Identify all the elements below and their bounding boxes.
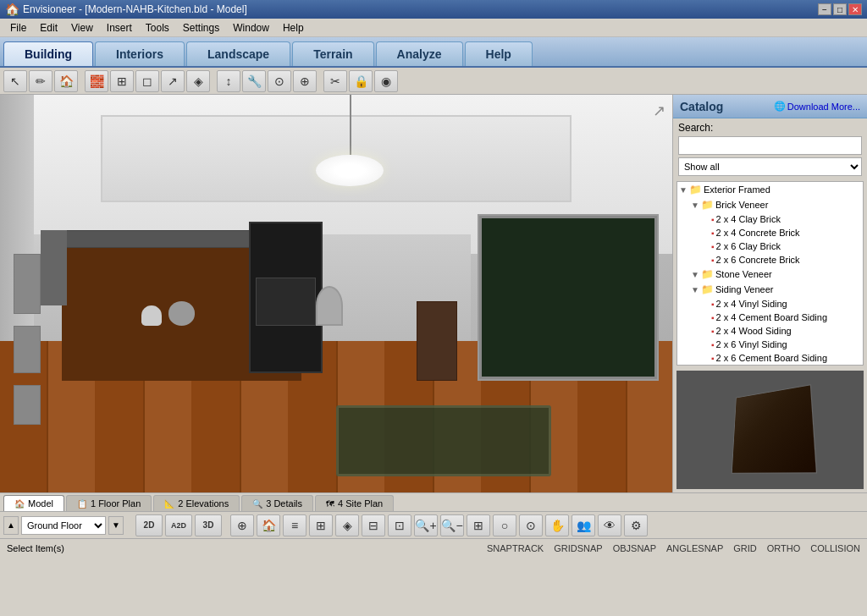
toolbar-btn-6[interactable]: ⊟ — [362, 514, 385, 536]
bottom-tab-1-floor-plan[interactable]: 📋1 Floor Plan — [66, 495, 152, 511]
folder-icon: 📁 — [689, 184, 702, 195]
toolbar-btn-11[interactable]: ✋ — [545, 514, 569, 536]
nav-tab-building[interactable]: Building — [3, 41, 93, 66]
tree-node-label: 2 x 6 Vinyl Siding — [716, 339, 787, 349]
item-icon: ▪ — [711, 300, 715, 309]
toolbar-btn-zoom-out[interactable]: 🔍− — [440, 514, 464, 536]
toolbar-btn-3[interactable]: ≡ — [283, 514, 306, 536]
tab-label: 2 Elevations — [178, 498, 229, 509]
status-item-ortho[interactable]: ORTHO — [767, 543, 801, 553]
2d-view-button[interactable]: 2D — [135, 514, 163, 536]
toolbar-btn-4[interactable]: ⊞ — [309, 514, 333, 536]
toolbar-button-0[interactable]: ↖ — [3, 70, 27, 92]
toolbar-button-11[interactable]: ⊕ — [293, 70, 317, 92]
3d-viewport[interactable]: ↗ — [0, 95, 672, 492]
tree-node-brick-veneer[interactable]: ▼📁Brick Veneer — [677, 197, 863, 212]
item-icon: ▪ — [711, 354, 715, 363]
menu-item-view[interactable]: View — [64, 20, 100, 36]
toolbar-button-4[interactable]: ⊞ — [110, 70, 134, 92]
menu-item-window[interactable]: Window — [226, 20, 276, 36]
download-more-label[interactable]: Download More... — [787, 102, 860, 112]
tree-node-2-x-6-concrete-brick[interactable]: ▪2 x 6 Concrete Brick — [677, 253, 863, 267]
minimize-button[interactable]: − — [818, 3, 831, 15]
bottom-tab-model[interactable]: 🏠Model — [3, 495, 64, 511]
floor-down-button[interactable]: ▼ — [108, 516, 124, 535]
bottom-tab-4-site-plan[interactable]: 🗺4 Site Plan — [315, 495, 394, 511]
filter-select[interactable]: Show all Favorites Recently Used — [678, 157, 862, 176]
toolbar-button-5[interactable]: ◻ — [135, 70, 159, 92]
toolbar-button-13[interactable]: 🔒 — [349, 70, 373, 92]
toolbar-btn-8[interactable]: ⊞ — [467, 514, 490, 536]
tree-node-2-x-6-vinyl-siding[interactable]: ▪2 x 6 Vinyl Siding — [677, 338, 863, 351]
toolbar-button-9[interactable]: 🔧 — [242, 70, 266, 92]
status-item-snaptrack[interactable]: SNAPTRACK — [487, 543, 544, 553]
search-label: Search: — [678, 122, 862, 134]
tree-node-exterior-framed[interactable]: ▼📁Exterior Framed — [677, 182, 863, 197]
toolbar-btn-zoom-in[interactable]: 🔍+ — [414, 514, 438, 536]
nav-tab-interiors[interactable]: Interiors — [95, 41, 185, 66]
menu-item-file[interactable]: File — [3, 20, 33, 36]
toolbar-btn-5[interactable]: ◈ — [335, 514, 359, 536]
tree-node-2-x-4-concrete-brick[interactable]: ▪2 x 4 Concrete Brick — [677, 226, 863, 239]
toolbar-button-8[interactable]: ↕ — [217, 70, 240, 92]
toolbar-button-2[interactable]: 🏠 — [54, 70, 78, 92]
toolbar-button-7[interactable]: ◈ — [186, 70, 210, 92]
tree-node-siding-veneer[interactable]: ▼📁Siding Veneer — [677, 282, 863, 297]
close-button[interactable]: ✕ — [848, 3, 862, 15]
3d-view-button[interactable]: 3D — [195, 514, 222, 536]
toolbar-btn-12[interactable]: 👥 — [572, 514, 595, 536]
tree-node-2-x-4-wood-siding[interactable]: ▪2 x 4 Wood Siding — [677, 324, 863, 338]
toolbar-separator-12 — [318, 70, 322, 92]
tree-node-2-x-4-vinyl-siding[interactable]: ▪2 x 4 Vinyl Siding — [677, 297, 863, 311]
title-bar-controls[interactable]: − □ ✕ — [818, 3, 862, 15]
tree-node-2-x-6-cement-board-siding[interactable]: ▪2 x 6 Cement Board Siding — [677, 351, 863, 365]
status-indicators: SNAPTRACKGRIDSNAPOBJSNAPANGLESNAPGRIDORT… — [487, 543, 860, 553]
menu-item-edit[interactable]: Edit — [33, 20, 64, 36]
tree-node-stone-veneer[interactable]: ▼📁Stone Veneer — [677, 267, 863, 282]
toolbar-btn-2[interactable]: 🏠 — [257, 514, 280, 536]
restore-button[interactable]: □ — [833, 3, 847, 15]
tree-node-label: 2 x 4 Clay Brick — [716, 214, 781, 224]
status-item-grid[interactable]: GRID — [733, 543, 757, 553]
toolbar-button-10[interactable]: ⊙ — [268, 70, 291, 92]
nav-tab-analyze[interactable]: Analyze — [376, 41, 463, 66]
menu-item-insert[interactable]: Insert — [100, 20, 139, 36]
search-input[interactable] — [678, 136, 862, 155]
expand-icon: ▼ — [691, 285, 699, 294]
nav-tab-terrain[interactable]: Terrain — [292, 41, 373, 66]
app-icon: 🏠 — [5, 3, 19, 16]
toolbar-btn-13[interactable]: 👁 — [598, 514, 621, 536]
tree-node-2-x-4-cement-board-siding[interactable]: ▪2 x 4 Cement Board Siding — [677, 311, 863, 324]
status-item-objsnap[interactable]: OBJSNAP — [613, 543, 656, 553]
preview-area — [676, 371, 864, 489]
status-item-anglesnap[interactable]: ANGLESNAP — [666, 543, 723, 553]
tree-node-2-x-6-wood-siding[interactable]: ▪2 x 6 Wood Siding — [677, 365, 863, 366]
nav-tab-landscape[interactable]: Landscape — [186, 41, 290, 66]
toolbar-button-6[interactable]: ↗ — [161, 70, 185, 92]
floor-up-button[interactable]: ▲ — [3, 516, 19, 535]
nav-tab-help[interactable]: Help — [465, 41, 533, 66]
toolbar-button-12[interactable]: ✂ — [323, 70, 347, 92]
menu-item-tools[interactable]: Tools — [139, 20, 176, 36]
toolbar-btn-1[interactable]: ⊕ — [230, 514, 254, 536]
search-area: Search: Show all Favorites Recently Used — [673, 118, 867, 179]
menu-item-help[interactable]: Help — [276, 20, 311, 36]
a2d-view-button[interactable]: A2D — [165, 514, 192, 536]
toolbar-btn-9[interactable]: ○ — [493, 514, 516, 536]
toolbar-btn-7[interactable]: ⊡ — [388, 514, 411, 536]
toolbar-btn-14[interactable]: ⚙ — [624, 514, 648, 536]
status-item-collision[interactable]: COLLISION — [810, 543, 860, 553]
status-item-gridsnap[interactable]: GRIDSNAP — [554, 543, 602, 553]
bottom-tab-2-elevations[interactable]: 📐2 Elevations — [153, 495, 240, 511]
bottom-tab-3-details[interactable]: 🔍3 Details — [241, 495, 313, 511]
toolbar-btn-10[interactable]: ⊙ — [519, 514, 543, 536]
tree-node-2-x-6-clay-brick[interactable]: ▪2 x 6 Clay Brick — [677, 239, 863, 253]
tab-icon: 🗺 — [326, 499, 334, 509]
toolbar-button-3[interactable]: 🧱 — [85, 70, 108, 92]
toolbar-button-1[interactable]: ✏ — [29, 70, 52, 92]
toolbar-button-14[interactable]: ◉ — [374, 70, 398, 92]
menu-item-settings[interactable]: Settings — [176, 20, 226, 36]
floor-selector[interactable]: Ground Floor First Floor Second Floor Ba… — [21, 516, 106, 535]
download-more-button[interactable]: 🌐 Download More... — [774, 101, 860, 112]
tree-node-2-x-4-clay-brick[interactable]: ▪2 x 4 Clay Brick — [677, 212, 863, 226]
